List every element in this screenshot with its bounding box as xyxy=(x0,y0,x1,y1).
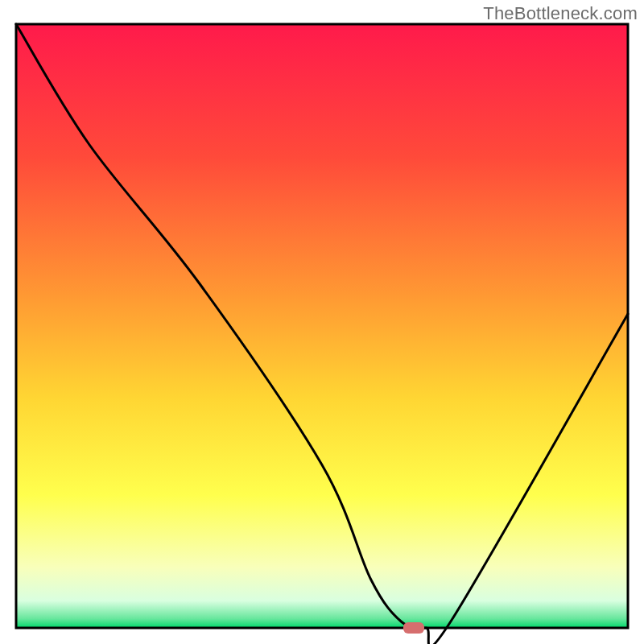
chart-container: TheBottleneck.com xyxy=(0,0,644,644)
sweet-spot-marker xyxy=(403,622,424,634)
watermark-text: TheBottleneck.com xyxy=(483,3,638,24)
bottleneck-chart xyxy=(0,0,644,644)
plot-background xyxy=(16,24,628,628)
